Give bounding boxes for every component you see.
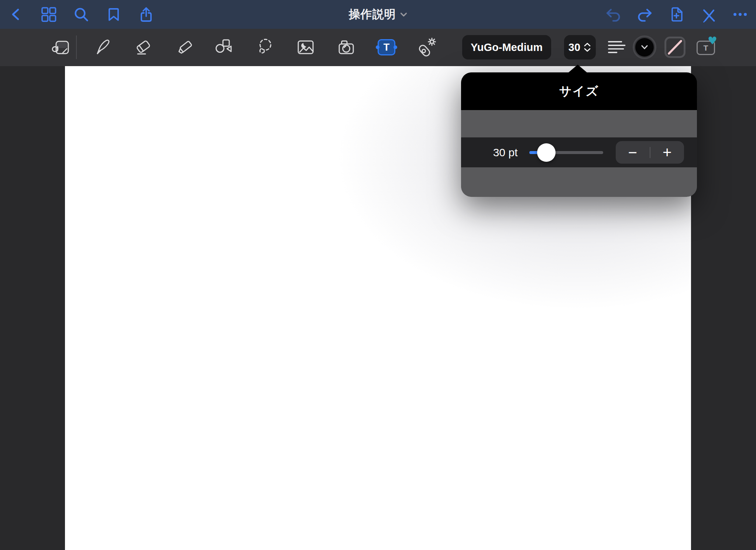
undo-icon xyxy=(605,6,621,23)
selection-handle-right xyxy=(394,45,397,49)
font-size-value: 30 xyxy=(568,41,580,54)
laser-pointer-tool-button[interactable] xyxy=(417,37,437,58)
text-tool-button[interactable]: T xyxy=(376,37,397,58)
back-button[interactable] xyxy=(8,6,24,23)
text-align-button[interactable] xyxy=(606,37,627,58)
lasso-icon xyxy=(255,37,276,58)
popover-title: サイズ xyxy=(559,83,599,100)
camera-icon xyxy=(336,37,357,58)
pen-mode-toggle-icon xyxy=(700,6,717,23)
align-left-icon xyxy=(608,41,625,54)
popover-arrow xyxy=(568,65,587,73)
lasso-tool-button[interactable] xyxy=(255,37,276,58)
document-edit-mode-button[interactable] xyxy=(51,37,71,58)
increase-size-button[interactable]: + xyxy=(650,141,684,164)
highlighter-icon xyxy=(174,37,195,58)
document-title-button[interactable]: 操作説明 xyxy=(349,0,408,29)
text-color-button[interactable] xyxy=(633,35,656,59)
font-family-label: YuGo-Medium xyxy=(471,41,543,54)
current-color-swatch xyxy=(635,38,654,57)
size-popover: サイズ 30 pt − + xyxy=(461,72,697,197)
bookmark-icon xyxy=(106,6,122,23)
share-button[interactable] xyxy=(138,6,154,23)
nav-left-group xyxy=(8,0,154,29)
more-icon xyxy=(732,6,748,23)
search-button[interactable] xyxy=(73,6,89,23)
image-icon xyxy=(295,37,316,58)
add-page-button[interactable] xyxy=(669,6,685,23)
popover-band-top xyxy=(461,110,697,137)
pen-mode-toggle-button[interactable] xyxy=(700,6,717,23)
text-tool-selected-box: T xyxy=(378,39,395,55)
share-icon xyxy=(138,6,154,23)
camera-tool-button[interactable] xyxy=(336,37,357,58)
pen-icon xyxy=(93,37,113,58)
search-icon xyxy=(73,6,89,23)
redo-button[interactable] xyxy=(637,6,653,23)
page-thumbnails-icon xyxy=(41,6,57,23)
popover-body: サイズ 30 pt − + xyxy=(461,72,697,197)
shapes-icon xyxy=(214,37,234,58)
redo-icon xyxy=(637,6,653,23)
highlighter-tool-button[interactable] xyxy=(174,37,195,58)
popover-band-bottom xyxy=(461,167,697,197)
edit-toolbar: T YuGo-Medium 30 xyxy=(0,29,756,66)
document-edit-mode-icon xyxy=(51,37,71,58)
size-value-label: 30 pt xyxy=(487,137,524,167)
size-stepper: − + xyxy=(616,141,684,164)
text-box-style-button[interactable] xyxy=(664,37,685,58)
notes-app: 操作説明 xyxy=(0,0,756,550)
toolbar-divider xyxy=(76,35,77,59)
nav-right-group xyxy=(605,0,748,29)
up-down-chevrons-icon xyxy=(583,42,591,52)
diagonal-stroke-icon xyxy=(666,38,684,56)
size-slider-row: 30 pt − + xyxy=(461,137,697,167)
font-size-button[interactable]: 30 xyxy=(564,35,596,59)
shapes-tool-button[interactable] xyxy=(214,37,234,58)
undo-button[interactable] xyxy=(605,6,621,23)
favorite-heart-icon: ♥ xyxy=(708,35,717,46)
page-thumbnails-button[interactable] xyxy=(41,6,57,23)
eraser-icon xyxy=(133,37,154,58)
decrease-size-button[interactable]: − xyxy=(616,141,650,164)
pen-tool-button[interactable] xyxy=(93,37,113,58)
page-title: 操作説明 xyxy=(349,7,396,22)
more-button[interactable] xyxy=(732,6,748,23)
laser-pointer-icon xyxy=(417,37,437,58)
selection-handle-left xyxy=(376,45,379,49)
chevron-down-icon xyxy=(400,12,408,17)
font-family-button[interactable]: YuGo-Medium xyxy=(462,35,551,59)
bookmark-button[interactable] xyxy=(106,6,122,23)
back-icon xyxy=(8,6,24,23)
size-slider-thumb[interactable] xyxy=(537,143,556,162)
text-tool-glyph: T xyxy=(384,42,390,52)
nav-bar: 操作説明 xyxy=(0,0,756,29)
add-page-icon xyxy=(669,6,685,23)
eraser-tool-button[interactable] xyxy=(133,37,154,58)
chevron-down-icon xyxy=(640,45,649,50)
favorite-text-style-button[interactable]: T ♥ xyxy=(697,41,715,55)
image-tool-button[interactable] xyxy=(295,37,316,58)
popover-header: サイズ xyxy=(461,72,697,110)
